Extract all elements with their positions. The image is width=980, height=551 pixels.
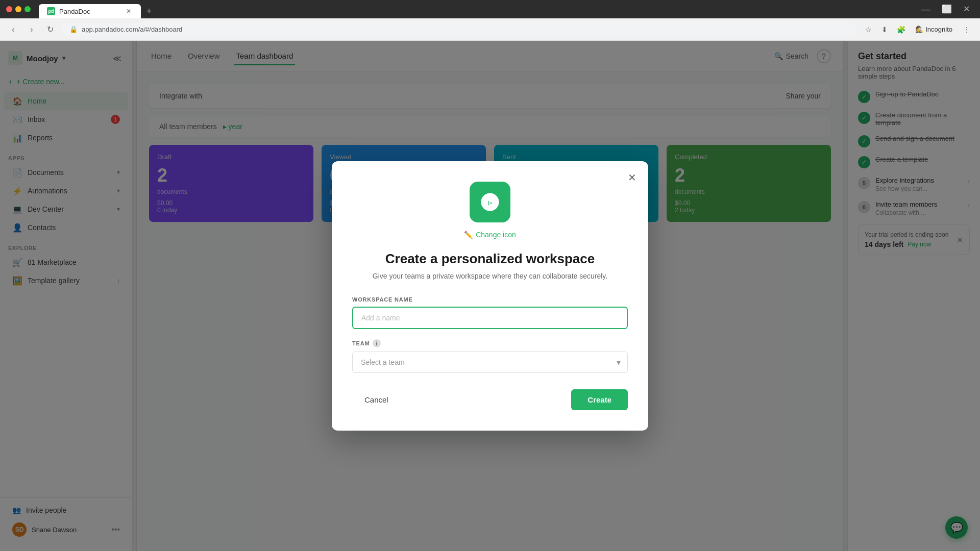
tab-title: PandaDoc — [59, 8, 90, 15]
cancel-button[interactable]: Cancel — [352, 390, 401, 409]
modal-title: Create a personalized workspace — [352, 251, 628, 267]
new-tab-button[interactable]: + — [142, 4, 156, 18]
pencil-icon: ✏️ — [464, 231, 473, 239]
workspace-name-group: WORKSPACE NAME — [352, 296, 628, 329]
lock-icon: 🔒 — [69, 26, 78, 33]
url-text: app.pandadoc.com/a/#/dashboard — [82, 26, 182, 33]
team-select[interactable]: Select a team — [352, 352, 628, 373]
modal-close-button[interactable]: ✕ — [624, 169, 640, 186]
forward-button[interactable]: › — [24, 22, 39, 37]
address-bar-row: ‹ › ↻ 🔒 app.pandadoc.com/a/#/dashboard ☆… — [0, 18, 980, 41]
close-window-button[interactable]: ✕ — [959, 4, 974, 15]
team-select-wrapper: Select a team ▾ — [352, 352, 628, 373]
reload-button[interactable]: ↻ — [43, 22, 57, 37]
modal-footer: Cancel Create — [352, 389, 628, 410]
window-title-bar: pd PandaDoc ✕ + — ⬜ ✕ — [0, 0, 980, 18]
team-label-row: TEAM ℹ — [352, 339, 628, 347]
create-button[interactable]: Create — [571, 389, 628, 410]
workspace-name-input[interactable] — [352, 307, 628, 329]
change-icon-button[interactable]: ✏️ Change icon — [352, 231, 628, 239]
tab-favicon: pd — [47, 7, 55, 15]
window-close-button[interactable] — [6, 6, 12, 12]
tab-close-button[interactable]: ✕ — [125, 7, 133, 15]
workspace-name-label: WORKSPACE NAME — [352, 296, 628, 303]
modal-workspace-icon: pd — [470, 182, 510, 222]
modal-subtitle: Give your teams a private workspace wher… — [352, 272, 628, 280]
window-minimize-button[interactable] — [15, 6, 21, 12]
bookmark-star-icon[interactable]: ☆ — [861, 22, 875, 37]
incognito-icon: 🕵️ — [915, 26, 923, 33]
download-icon[interactable]: ⬇ — [877, 22, 892, 37]
svg-text:pd: pd — [483, 197, 495, 208]
minimize-window-button[interactable]: — — [917, 4, 935, 15]
team-group: TEAM ℹ Select a team ▾ — [352, 339, 628, 373]
modal-overlay[interactable]: ✕ pd ✏️ Change icon Create a personalize… — [0, 41, 980, 551]
incognito-label: 🕵️ Incognito — [910, 23, 958, 35]
team-info-icon[interactable]: ℹ — [373, 339, 381, 347]
back-button[interactable]: ‹ — [6, 22, 20, 37]
window-right-controls: — ⬜ ✕ — [917, 4, 974, 15]
extensions-icon[interactable]: 🧩 — [894, 22, 908, 37]
active-browser-tab[interactable]: pd PandaDoc ✕ — [39, 4, 141, 18]
browser-toolbar: ☆ ⬇ 🧩 🕵️ Incognito ⋮ — [861, 22, 974, 37]
pandadoc-logo-icon: pd — [479, 191, 501, 213]
menu-icon[interactable]: ⋮ — [960, 22, 974, 37]
create-workspace-modal: ✕ pd ✏️ Change icon Create a personalize… — [332, 161, 648, 431]
address-bar[interactable]: 🔒 app.pandadoc.com/a/#/dashboard — [61, 22, 857, 36]
window-controls — [6, 6, 31, 12]
restore-window-button[interactable]: ⬜ — [938, 4, 956, 15]
change-icon-label: Change icon — [476, 231, 516, 239]
window-maximize-button[interactable] — [24, 6, 31, 12]
team-label: TEAM — [352, 340, 370, 346]
